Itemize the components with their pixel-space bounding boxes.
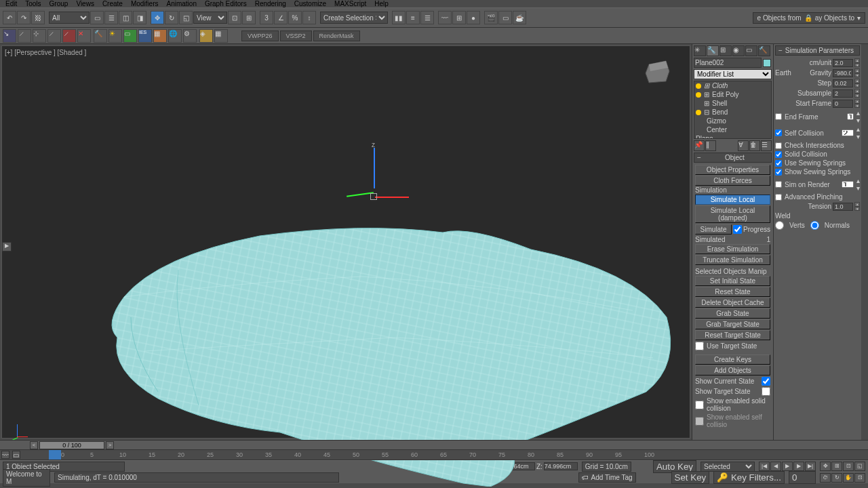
check-intersect-checkbox[interactable] [775,142,782,149]
use-sewing-checkbox[interactable] [775,160,782,167]
reset-state-button[interactable]: Reset State [695,287,770,297]
nav-b[interactable]: ⊞ [831,462,842,471]
tool-e[interactable]: ⟋ [62,29,76,43]
tool-j[interactable]: ▦ [153,29,167,43]
pivot-button[interactable]: ⊡ [228,11,241,24]
viewport[interactable]: [+] [Perspective ] [Shaded ] z [1,45,690,439]
tension-input[interactable] [833,203,853,211]
menu-edit[interactable]: Edit [5,0,17,7]
cm-unit-spinner[interactable]: ▴▾ [854,58,860,67]
create-tab[interactable]: ✳ [694,45,706,56]
align-button[interactable]: ≡ [406,11,420,24]
erase-simulation-button[interactable]: Erase Simulation [695,244,770,254]
tool-b[interactable]: ⟋ [18,29,31,43]
menu-tools[interactable]: Tools [25,0,41,7]
tool-ies[interactable]: IES [138,29,152,43]
gravity-spinner[interactable]: ▴▾ [854,68,860,77]
mirror-button[interactable]: ▮▮ [392,11,406,24]
select-button[interactable]: ▭ [90,11,104,24]
menu-help[interactable]: Help [374,0,389,7]
nav-g[interactable]: ⊡ [854,473,865,483]
sim-render-spinner[interactable]: ▴▾ [856,177,860,192]
start-frame-spinner[interactable]: ▴▾ [854,99,860,108]
nav-e[interactable]: ↻ [831,473,842,483]
simulate-local-damped-button[interactable]: Simulate Local (damped) [695,205,770,223]
current-frame-marker[interactable] [49,450,61,460]
window-crossing-button[interactable]: ◨ [133,11,146,24]
progress-checkbox[interactable] [733,225,742,234]
tool-d[interactable]: ⟋ [47,29,61,43]
subsample-spinner[interactable]: ▴▾ [854,89,860,98]
object-name-input[interactable] [694,58,762,68]
display-icon[interactable]: ▾ [857,14,861,22]
tool-n[interactable]: ▦ [214,29,228,43]
delete-cache-button[interactable]: Delete Object Cache [695,298,770,308]
tool-g[interactable]: 🔨 [94,29,107,43]
coord-dropdown[interactable]: View [193,12,227,24]
menu-grapheditors[interactable]: Graph Editors [205,0,247,7]
time-config-button[interactable]: ⏱ [820,473,831,483]
mini-curve-button[interactable]: 〰 [1,451,9,459]
percent-snap-button[interactable]: % [288,11,302,24]
tool-h[interactable]: ☀ [108,29,122,43]
isolate-icon[interactable]: 🔒 [804,14,812,22]
sim-params-header[interactable]: −Simulation Parameters [775,45,860,56]
simulate-button[interactable]: Simulate [695,224,732,235]
menu-maxscript[interactable]: MAXScript [334,0,366,7]
nav-f[interactable]: ✋ [843,473,854,483]
modify-tab[interactable]: 🔧 [707,45,719,56]
end-frame-checkbox[interactable] [775,113,782,120]
tool-l[interactable]: ⚙ [183,29,197,43]
tool-k[interactable]: 🌐 [168,29,182,43]
scale-button[interactable]: ◱ [179,11,193,24]
modifier-list-dropdown[interactable]: Modifier List [694,69,772,79]
slider-left-arrow[interactable]: < [30,441,38,449]
make-unique-button[interactable]: ∀ [738,140,749,151]
show-result-button[interactable]: ‖ [705,140,716,151]
goto-end-button[interactable]: ▶| [805,462,816,471]
subsample-input[interactable] [833,89,853,98]
weld-normals-radio[interactable] [810,221,819,230]
time-slider[interactable]: < 0 / 100 > [0,440,868,449]
material-button[interactable]: ● [467,11,480,24]
menu-group[interactable]: Group [50,0,68,7]
curve-editor-button[interactable]: 〰 [438,11,452,24]
key-mode-dropdown[interactable]: Selected [701,462,755,472]
menu-customize[interactable]: Customize [294,0,326,7]
gravity-input[interactable] [833,69,853,77]
viewcube[interactable] [635,54,676,88]
filter-dropdown[interactable]: All [49,12,90,24]
vssp-button[interactable]: VSSP2 [280,30,312,41]
key-filters-button[interactable]: 🔑 Key Filters... [713,471,785,484]
selection-set-dropdown[interactable]: Create Selection S [320,12,388,24]
frame-slider[interactable]: 0 / 100 [39,441,104,449]
render-button[interactable]: ☕ [513,11,526,24]
modifier-stack[interactable]: ⊞Cloth ⊞Edit Poly ⊞Shell ⊟Bend Gizmo Cen… [694,81,772,139]
show-target-checkbox[interactable] [762,387,770,396]
nav-d[interactable]: ◱ [854,462,865,471]
viewport-expand[interactable]: ▶ [2,242,12,251]
script-listener[interactable]: Welcome to M [3,469,50,487]
menu-modifiers[interactable]: Modifiers [131,0,159,7]
select-name-button[interactable]: ☰ [104,11,118,24]
end-frame-spinner[interactable]: ▴▾ [856,109,860,124]
track-view-button[interactable]: ▭ [12,451,20,459]
sim-render-input[interactable] [842,181,854,188]
show-sewing-checkbox[interactable] [775,169,782,176]
create-keys-button[interactable]: Create Keys [695,354,770,365]
menu-create[interactable]: Create [102,0,123,7]
reset-target-state-button[interactable]: Reset Target State [695,330,770,340]
add-objects-button[interactable]: Add Objects [695,365,770,375]
object-properties-button[interactable]: Object Properties [695,165,770,175]
menu-animation[interactable]: Animation [166,0,196,7]
goto-start-button[interactable]: |◀ [759,462,770,471]
sim-render-checkbox[interactable] [775,181,782,188]
tool-m[interactable]: ◈ [199,29,213,43]
step-spinner[interactable]: ▴▾ [854,79,860,87]
show-self-checkbox[interactable] [695,417,704,426]
undo-button[interactable]: ↶ [3,11,16,24]
nav-c[interactable]: ⊡ [843,462,854,471]
tension-spinner[interactable]: ▴▾ [854,202,860,211]
cloth-forces-button[interactable]: Cloth Forces [695,176,770,186]
show-current-checkbox[interactable] [762,377,770,386]
